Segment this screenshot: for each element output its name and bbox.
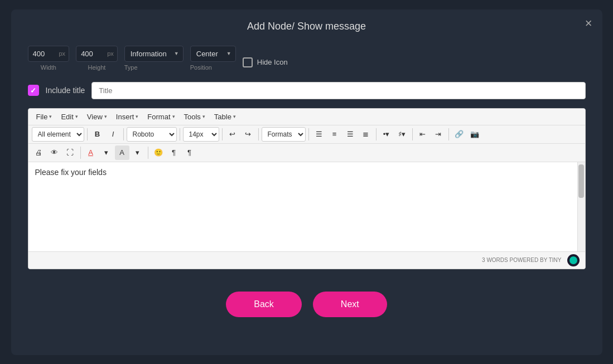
hide-icon-label: Hide Icon (257, 58, 288, 66)
height-input-wrap: 400 px (76, 46, 118, 62)
font-size-select[interactable]: 14px (183, 127, 219, 142)
bg-color-arrow[interactable]: ▾ (131, 145, 145, 160)
toolbar-divider-5 (258, 128, 259, 140)
toolbar-divider-4 (222, 128, 223, 140)
toolbar-divider-6 (308, 128, 309, 140)
include-title-row: Include title (28, 82, 586, 99)
menu-view[interactable]: View▾ (83, 110, 112, 123)
editor-toolbar-2: 🖨 👁 ⛶ A ▾ A ▾ 🙂 ¶ ¶ (28, 144, 585, 162)
close-button[interactable]: × (585, 17, 592, 30)
align-right-button[interactable]: ☰ (343, 127, 358, 142)
position-label: Position (190, 64, 236, 71)
toolbar-divider-3 (180, 128, 180, 140)
unordered-list-button[interactable]: •▾ (379, 127, 394, 142)
bold-button[interactable]: B (90, 127, 105, 142)
toolbar-divider-1 (87, 128, 88, 140)
width-field-group: 400 px Width (28, 46, 70, 71)
element-selector-section: All element (32, 127, 84, 142)
word-count: 3 WORDS POWERED BY TINY (482, 257, 561, 263)
modal-title: Add Node/ Show message (28, 21, 586, 32)
preview-button[interactable]: 👁 (47, 145, 62, 160)
toolbar-divider-10 (80, 147, 81, 159)
print-button[interactable]: 🖨 (32, 145, 46, 160)
image-button[interactable]: 📷 (467, 127, 482, 142)
editor-content-area[interactable]: Please fix your fields (28, 162, 585, 251)
menu-format[interactable]: Format▾ (143, 110, 179, 123)
menu-edit[interactable]: Edit▾ (56, 110, 82, 123)
align-justify-button[interactable]: ≣ (359, 127, 373, 142)
formats-select[interactable]: Formats (262, 127, 306, 142)
ltr-button[interactable]: ¶ (167, 145, 181, 160)
bottom-buttons: Back Next (28, 292, 586, 317)
align-center-button[interactable]: ≡ (327, 127, 342, 142)
toolbar-divider-8 (412, 128, 413, 140)
menu-file[interactable]: File▾ (32, 110, 57, 123)
width-input-wrap: 400 px (28, 46, 70, 62)
hide-icon-wrap: Hide Icon (243, 57, 288, 71)
type-label: Type (124, 64, 184, 71)
emoji-button[interactable]: 🙂 (151, 145, 166, 160)
editor-container: File▾ Edit▾ View▾ Insert▾ Format▾ Tools▾… (28, 108, 586, 269)
align-left-button[interactable]: ☰ (312, 127, 326, 142)
menu-insert[interactable]: Insert▾ (112, 110, 143, 123)
toolbar-divider-9 (448, 128, 449, 140)
font-color-button[interactable]: A (84, 145, 98, 160)
font-family-select[interactable]: Roboto (127, 127, 177, 142)
type-select-container: Information Warning Error Success (124, 46, 184, 62)
tiny-logo (567, 254, 580, 266)
type-select[interactable]: Information Warning Error Success (124, 46, 184, 62)
template-button[interactable]: ⛶ (63, 145, 78, 160)
link-button[interactable]: 🔗 (452, 127, 466, 142)
editor-menubar: File▾ Edit▾ View▾ Insert▾ Format▾ Tools▾… (28, 109, 585, 125)
position-select-container: Center Top Bottom Left Right (190, 46, 236, 62)
menu-tools[interactable]: Tools▾ (180, 110, 210, 123)
outdent-button[interactable]: ⇤ (416, 127, 430, 142)
toolbar-divider-11 (148, 147, 148, 159)
height-field-group: 400 px Height (76, 46, 118, 71)
position-select[interactable]: Center Top Bottom Left Right (190, 46, 236, 62)
height-unit: px (107, 50, 117, 57)
hide-icon-checkbox[interactable] (243, 57, 253, 67)
undo-button[interactable]: ↩ (225, 127, 240, 142)
tiny-logo-inner (569, 256, 577, 264)
editor-scroll-thumb (578, 164, 584, 198)
include-title-label: Include title (46, 86, 85, 95)
width-input[interactable]: 400 (28, 46, 59, 61)
font-color-arrow[interactable]: ▾ (99, 145, 114, 160)
next-button[interactable]: Next (313, 292, 387, 317)
ordered-list-button[interactable]: ♯▾ (395, 127, 409, 142)
editor-content-text: Please fix your fields (35, 168, 107, 177)
editor-toolbar-1: All element B I Roboto 14px ↩ ↪ Formats (28, 125, 585, 144)
editor-footer: 3 WORDS POWERED BY TINY (28, 251, 585, 269)
menu-table[interactable]: Table▾ (210, 110, 240, 123)
toolbar-divider-2 (123, 128, 124, 140)
height-input[interactable]: 400 (76, 46, 107, 61)
toolbar-divider-7 (376, 128, 377, 140)
element-selector[interactable]: All element (32, 127, 84, 142)
rtl-button[interactable]: ¶ (182, 145, 197, 160)
width-unit: px (59, 50, 69, 57)
editor-content-wrapper: Please fix your fields (28, 162, 585, 251)
redo-button[interactable]: ↪ (241, 127, 255, 142)
include-title-checkbox[interactable] (28, 85, 39, 96)
italic-button[interactable]: I (106, 127, 120, 142)
position-select-wrap: Center Top Bottom Left Right Position (190, 46, 236, 71)
back-button[interactable]: Back (226, 292, 302, 317)
height-label: Height (76, 64, 118, 71)
indent-button[interactable]: ⇥ (431, 127, 446, 142)
editor-scrollbar[interactable] (577, 162, 585, 251)
width-label: Width (28, 64, 70, 71)
type-select-wrap: Information Warning Error Success Type (124, 46, 184, 71)
controls-row: 400 px Width 400 px Height Information W… (28, 46, 586, 71)
title-input[interactable] (91, 82, 585, 99)
modal-container: Add Node/ Show message × 400 px Width 40… (11, 9, 602, 355)
bg-color-button[interactable]: A (115, 145, 129, 160)
